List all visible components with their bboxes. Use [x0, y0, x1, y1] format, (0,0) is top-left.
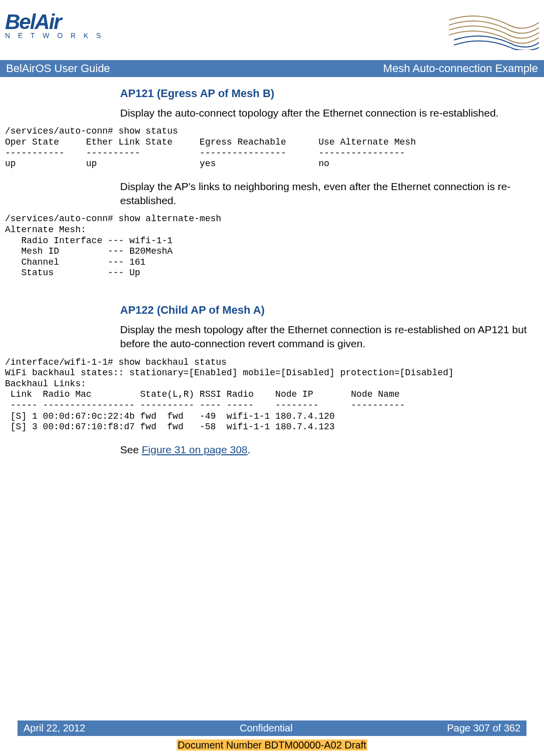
page-header-area: BelAir N E T W O R K S: [0, 0, 544, 55]
logo-text-top: BelAir: [5, 10, 104, 34]
para-ap122-1: Display the mesh topology after the Ethe…: [120, 323, 529, 351]
logo-text-bottom: N E T W O R K S: [5, 32, 104, 40]
header-bar: BelAirOS User Guide Mesh Auto-connection…: [0, 60, 544, 77]
code-show-alternate-mesh: /services/auto-conn# show alternate-mesh…: [5, 214, 539, 279]
header-right: Mesh Auto-connection Example: [383, 62, 538, 75]
belair-logo: BelAir N E T W O R K S: [5, 10, 104, 40]
figure-link[interactable]: Figure 31 on page 308: [142, 444, 247, 455]
code-show-status: /services/auto-conn# show status Oper St…: [5, 126, 539, 169]
footer-date: April 22, 2012: [24, 722, 85, 734]
header-left: BelAirOS User Guide: [6, 62, 110, 75]
section-heading-ap121: AP121 (Egress AP of Mesh B): [120, 87, 539, 100]
doc-number-text: Document Number BDTM00000-A02 Draft: [177, 739, 367, 750]
see-prefix: See: [120, 444, 142, 455]
footer-bar: April 22, 2012 Confidential Page 307 of …: [18, 720, 526, 736]
document-number: Document Number BDTM00000-A02 Draft: [0, 739, 544, 751]
footer-confidential: Confidential: [240, 722, 293, 734]
main-content: AP121 (Egress AP of Mesh B) Display the …: [0, 77, 544, 468]
para-ap121-1: Display the auto-connect topology after …: [120, 106, 529, 120]
para-ap121-2: Display the AP's links to neighboring me…: [120, 180, 529, 208]
corner-graphic-icon: [449, 10, 539, 50]
section-heading-ap122: AP122 (Child AP of Mesh A): [120, 304, 539, 317]
para-see-figure: See Figure 31 on page 308.: [120, 443, 529, 457]
see-suffix: .: [248, 444, 251, 455]
code-show-backhaul: /interface/wifi-1-1# show backhaul statu…: [5, 357, 539, 433]
footer-page: Page 307 of 362: [447, 722, 520, 734]
